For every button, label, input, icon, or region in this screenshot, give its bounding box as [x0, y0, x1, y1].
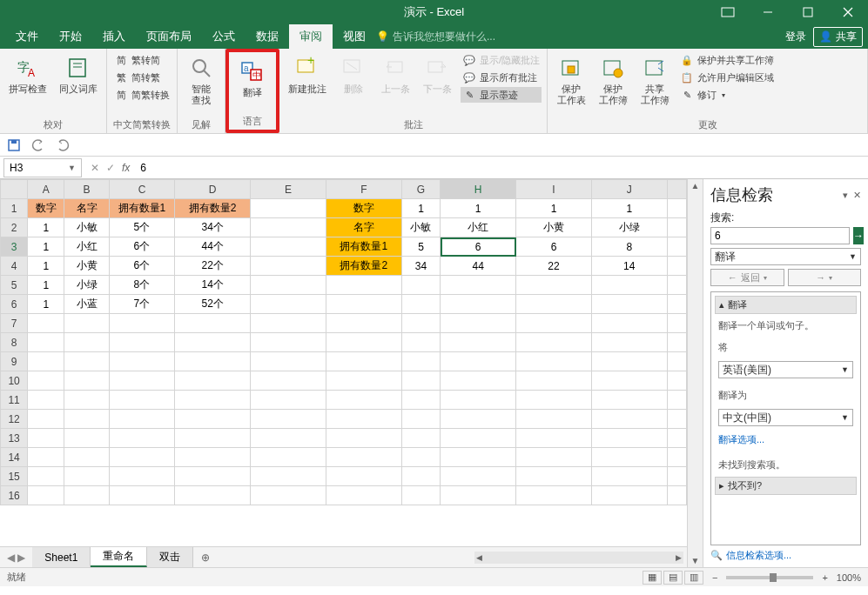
cell-C9[interactable]	[109, 352, 175, 371]
sheet-tab-1[interactable]: Sheet1	[32, 547, 91, 567]
cell-H6[interactable]	[441, 295, 516, 314]
add-sheet-button[interactable]: ⊕	[193, 552, 218, 564]
row-header-12[interactable]: 12	[1, 410, 28, 429]
cell-G8[interactable]	[401, 333, 441, 352]
cell-D7[interactable]	[175, 314, 251, 333]
row-header-13[interactable]: 13	[1, 429, 28, 448]
cell-D14[interactable]	[175, 448, 251, 467]
cell-G1[interactable]: 1	[401, 199, 441, 218]
cell-B12[interactable]	[64, 410, 109, 429]
pane-close-icon[interactable]: ✕	[853, 190, 861, 201]
cell-G10[interactable]	[401, 371, 441, 391]
thesaurus-button[interactable]: 同义词库	[56, 52, 101, 97]
row-header-6[interactable]: 6	[1, 295, 28, 314]
cell-H10[interactable]	[441, 371, 516, 391]
column-header-C[interactable]: C	[109, 180, 175, 199]
row-header-5[interactable]: 5	[1, 276, 28, 295]
save-button[interactable]	[7, 138, 21, 152]
cell-G6[interactable]	[401, 295, 441, 314]
cell-F3[interactable]: 拥有数量1	[326, 237, 401, 257]
cell-B4[interactable]: 小黄	[64, 257, 109, 276]
cell-I3[interactable]: 6	[516, 237, 592, 257]
zoom-level[interactable]: 100%	[837, 572, 861, 583]
cell-D6[interactable]: 52个	[175, 295, 251, 314]
cell-H4[interactable]: 44	[441, 257, 516, 276]
cell-G15[interactable]	[401, 467, 441, 486]
cell-J12[interactable]	[591, 410, 667, 429]
cell-D11[interactable]	[175, 391, 251, 410]
cell-E16[interactable]	[251, 486, 326, 505]
chevron-down-icon[interactable]: ▼	[68, 164, 76, 172]
row-header-7[interactable]: 7	[1, 314, 28, 333]
cell-E13[interactable]	[251, 429, 326, 448]
cell-H15[interactable]	[441, 467, 516, 486]
cell-H11[interactable]	[441, 391, 516, 410]
cell-I10[interactable]	[516, 371, 592, 391]
cell-E3[interactable]	[251, 237, 326, 257]
cell-I14[interactable]	[516, 448, 592, 467]
tab-formulas[interactable]: 公式	[202, 24, 246, 49]
cell-F8[interactable]	[326, 333, 401, 352]
cell-J8[interactable]	[591, 333, 667, 352]
cell-B11[interactable]	[64, 391, 109, 410]
cell-J5[interactable]	[591, 276, 667, 295]
cell-C4[interactable]: 6个	[109, 257, 175, 276]
cell-H12[interactable]	[441, 410, 516, 429]
cell-C10[interactable]	[109, 371, 175, 391]
cell-B7[interactable]	[64, 314, 109, 333]
cell-D10[interactable]	[175, 371, 251, 391]
search-go-button[interactable]: →	[853, 227, 864, 244]
cell-C12[interactable]	[109, 410, 175, 429]
row-header-9[interactable]: 9	[1, 352, 28, 371]
protect-workbook-button[interactable]: 保护 工作簿	[595, 52, 631, 108]
cell-J14[interactable]	[591, 448, 667, 467]
simp-to-trad-button[interactable]: 简繁转简	[112, 52, 172, 68]
cell-E14[interactable]	[251, 448, 326, 467]
cell-H13[interactable]	[441, 429, 516, 448]
forward-button[interactable]: →▾	[788, 269, 862, 286]
ribbon-options-icon[interactable]	[708, 0, 748, 24]
cell-H3[interactable]: 6	[441, 237, 516, 257]
accept-icon[interactable]: ✓	[106, 162, 115, 174]
cell-J2[interactable]: 小绿	[591, 218, 667, 237]
fx-icon[interactable]: fx	[122, 162, 130, 174]
formula-input[interactable]: 6	[135, 162, 868, 174]
to-lang-select[interactable]: 中文(中国)▼	[718, 409, 853, 426]
cell-G4[interactable]: 34	[401, 257, 441, 276]
row-header-10[interactable]: 10	[1, 371, 28, 391]
cell-D16[interactable]	[175, 486, 251, 505]
cell-E8[interactable]	[251, 333, 326, 352]
cell-C16[interactable]	[109, 486, 175, 505]
cell-H9[interactable]	[441, 352, 516, 371]
row-header-14[interactable]: 14	[1, 448, 28, 467]
column-header-H[interactable]: H	[441, 180, 516, 199]
cell-I2[interactable]: 小黄	[516, 218, 592, 237]
cell-F11[interactable]	[326, 391, 401, 410]
cell-H5[interactable]	[441, 276, 516, 295]
cell-G14[interactable]	[401, 448, 441, 467]
tab-layout[interactable]: 页面布局	[136, 24, 202, 49]
cancel-icon[interactable]: ✕	[91, 162, 99, 174]
cell-F2[interactable]: 名字	[326, 218, 401, 237]
zoom-slider[interactable]	[726, 576, 813, 579]
showall-comments-button[interactable]: 💬显示所有批注	[461, 70, 542, 85]
cell-G3[interactable]: 5	[401, 237, 441, 257]
cell-J9[interactable]	[591, 352, 667, 371]
cell-C7[interactable]	[109, 314, 175, 333]
cell-D5[interactable]: 14个	[175, 276, 251, 295]
cell-I7[interactable]	[516, 314, 592, 333]
cell-G12[interactable]	[401, 410, 441, 429]
cell-E11[interactable]	[251, 391, 326, 410]
vertical-scrollbar[interactable]: ▲▼	[687, 179, 703, 567]
track-changes-button[interactable]: ✎修订▾	[678, 87, 776, 103]
cell-A1[interactable]: 数字	[28, 199, 64, 218]
cell-B1[interactable]: 名字	[64, 199, 109, 218]
row-header-2[interactable]: 2	[1, 218, 28, 237]
cell-J16[interactable]	[591, 486, 667, 505]
cell-C3[interactable]: 6个	[109, 237, 175, 257]
column-header-F[interactable]: F	[326, 180, 401, 199]
cell-A16[interactable]	[28, 486, 64, 505]
tab-home[interactable]: 开始	[49, 24, 92, 49]
cell-I6[interactable]	[516, 295, 592, 314]
cell-H8[interactable]	[441, 333, 516, 352]
